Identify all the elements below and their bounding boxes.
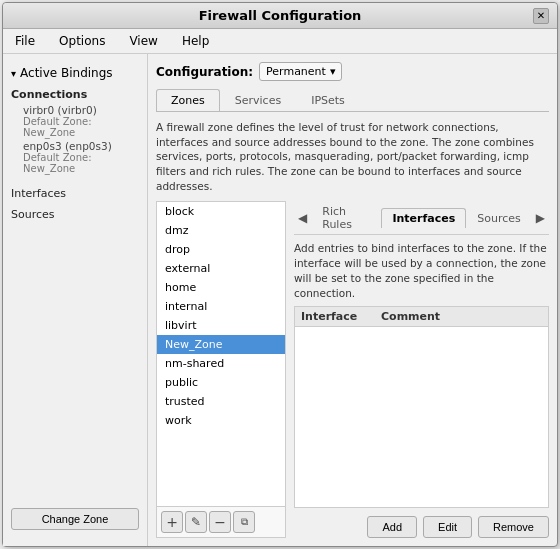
- main-content: ▾ Active Bindings Connections virbr0 (vi…: [3, 54, 557, 546]
- config-row: Configuration: Permanent ▾: [156, 62, 549, 81]
- zones-content: block dmz drop external home internal li…: [156, 201, 549, 538]
- col-comment: Comment: [381, 310, 542, 323]
- zone-item-dmz[interactable]: dmz: [157, 221, 285, 240]
- zone-item-internal[interactable]: internal: [157, 297, 285, 316]
- sidebar-bottom: Change Zone: [3, 500, 147, 538]
- action-buttons: Add Edit Remove: [294, 508, 549, 538]
- config-select[interactable]: Permanent ▾: [259, 62, 342, 81]
- change-zone-button[interactable]: Change Zone: [11, 508, 139, 530]
- nav-left-arrow-icon[interactable]: ◀: [294, 209, 311, 227]
- connections-group: Connections virbr0 (virbr0) Default Zone…: [3, 84, 147, 175]
- zone-detail-description: Add entries to bind interfaces to the zo…: [294, 241, 549, 300]
- interface-table: Interface Comment: [294, 306, 549, 508]
- tab-zones[interactable]: Zones: [156, 89, 220, 111]
- zone-item-public[interactable]: public: [157, 373, 285, 392]
- zone-item-new-zone[interactable]: New_Zone: [157, 335, 285, 354]
- sidebar-item-sources[interactable]: Sources: [3, 204, 147, 225]
- add-interface-button[interactable]: Add: [367, 516, 417, 538]
- interface-table-header: Interface Comment: [295, 307, 548, 327]
- sub-tab-interfaces[interactable]: Interfaces: [381, 208, 466, 228]
- zone-item-external[interactable]: external: [157, 259, 285, 278]
- menu-file[interactable]: File: [11, 32, 39, 50]
- tab-ipsets[interactable]: IPSets: [296, 89, 360, 111]
- zone-description: A firewall zone defines the level of tru…: [156, 120, 549, 193]
- connection-virbr0[interactable]: virbr0 (virbr0) Default Zone: New_Zone: [3, 103, 147, 139]
- zone-item-block[interactable]: block: [157, 202, 285, 221]
- zone-sub-tabs: ◀ Rich Rules Interfaces Sources ▶: [294, 201, 549, 235]
- zone-item-trusted[interactable]: trusted: [157, 392, 285, 411]
- active-bindings-header[interactable]: ▾ Active Bindings: [3, 62, 147, 84]
- menu-options[interactable]: Options: [55, 32, 109, 50]
- zone-list: block dmz drop external home internal li…: [157, 202, 285, 506]
- main-tabs: Zones Services IPSets: [156, 89, 549, 112]
- zone-item-libvirt[interactable]: libvirt: [157, 316, 285, 335]
- zone-add-button[interactable]: +: [161, 511, 183, 533]
- window-title: Firewall Configuration: [199, 8, 362, 23]
- sub-tab-rich-rules[interactable]: Rich Rules: [311, 201, 381, 234]
- dropdown-arrow-icon: ▾: [330, 65, 336, 78]
- connection-enp0s3[interactable]: enp0s3 (enp0s3) Default Zone: New_Zone: [3, 139, 147, 175]
- main-window: Firewall Configuration ✕ File Options Vi…: [2, 2, 558, 547]
- zone-remove-button[interactable]: −: [209, 511, 231, 533]
- zone-item-home[interactable]: home: [157, 278, 285, 297]
- zone-item-drop[interactable]: drop: [157, 240, 285, 259]
- col-interface: Interface: [301, 310, 381, 323]
- menu-view[interactable]: View: [125, 32, 161, 50]
- zone-item-work[interactable]: work: [157, 411, 285, 430]
- zone-list-toolbar: + ✎ − ⧉: [157, 506, 285, 537]
- nav-right-arrow-icon[interactable]: ▶: [532, 209, 549, 227]
- config-label: Configuration:: [156, 65, 253, 79]
- menu-help[interactable]: Help: [178, 32, 213, 50]
- zone-list-panel: block dmz drop external home internal li…: [156, 201, 286, 538]
- connections-label: Connections: [3, 84, 147, 103]
- close-button[interactable]: ✕: [533, 8, 549, 24]
- edit-interface-button[interactable]: Edit: [423, 516, 472, 538]
- tab-services[interactable]: Services: [220, 89, 296, 111]
- active-bindings-label: Active Bindings: [20, 66, 113, 80]
- right-panel: Configuration: Permanent ▾ Zones Service…: [148, 54, 557, 546]
- sidebar: ▾ Active Bindings Connections virbr0 (vi…: [3, 54, 148, 546]
- menu-bar: File Options View Help: [3, 29, 557, 54]
- chevron-down-icon: ▾: [11, 68, 16, 79]
- zone-item-nm-shared[interactable]: nm-shared: [157, 354, 285, 373]
- sidebar-item-interfaces[interactable]: Interfaces: [3, 183, 147, 204]
- title-bar: Firewall Configuration ✕: [3, 3, 557, 29]
- zone-details: ◀ Rich Rules Interfaces Sources ▶ Add en…: [294, 201, 549, 538]
- sub-tab-sources[interactable]: Sources: [466, 208, 532, 228]
- remove-interface-button[interactable]: Remove: [478, 516, 549, 538]
- zone-edit-button[interactable]: ✎: [185, 511, 207, 533]
- zone-copy-button[interactable]: ⧉: [233, 511, 255, 533]
